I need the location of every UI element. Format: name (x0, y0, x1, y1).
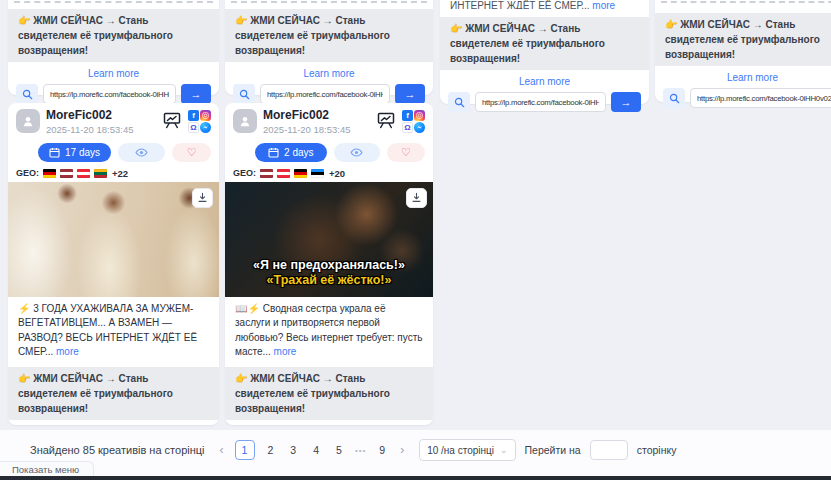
open-url-button[interactable]: → (611, 92, 641, 112)
page: 👉 ЖМИ СЕЙЧАС → Стань свидетелем её триум… (0, 0, 831, 480)
landing-url-input[interactable] (690, 88, 831, 108)
more-link[interactable]: more (56, 346, 79, 357)
search-button[interactable] (663, 88, 685, 108)
open-url-button[interactable]: → (181, 84, 211, 104)
avatar (16, 109, 40, 133)
geo-row: GEO: +20 (233, 168, 425, 179)
preview-button[interactable] (118, 143, 165, 162)
top-card-4: 👉 ЖМИ СЕЙЧАС → Стань свидетелем её триум… (655, 0, 831, 102)
more-link[interactable]: more (592, 0, 615, 9)
learn-more-link[interactable]: Learn more (8, 424, 219, 425)
geo-row: GEO: +22 (16, 168, 211, 179)
days-active-button[interactable]: 17 days (38, 143, 111, 162)
landing-url-input[interactable] (260, 84, 390, 104)
messenger-icon (200, 122, 211, 133)
page-button-4[interactable]: 4 (309, 442, 323, 458)
search-icon (22, 89, 33, 100)
person-icon (238, 114, 252, 128)
page-button-2[interactable]: 2 (264, 442, 278, 458)
next-page-button[interactable]: › (398, 443, 406, 457)
creative-caption: 📖⚡ Сводная сестра украла её заслуги и пр… (225, 297, 433, 362)
top-card-3: ИНТЕРНЕТ ЖДЁТ ЕЁ СМЕР... more 👉 ЖМИ СЕЙЧ… (440, 0, 649, 104)
search-button[interactable] (233, 84, 255, 104)
page-button-5[interactable]: 5 (332, 442, 346, 458)
prev-page-button[interactable]: ‹ (218, 443, 226, 457)
geo-flags (43, 169, 107, 178)
geo-more-count: +22 (112, 168, 128, 179)
search-button[interactable] (16, 84, 38, 104)
facebook-icon: f (402, 110, 413, 121)
preview-button[interactable] (334, 143, 380, 162)
calendar-icon (268, 147, 279, 158)
download-icon (411, 192, 422, 203)
image-overlay-text: «Я не предохранялась!» «Трахай её жёстко… (225, 258, 433, 289)
flag-lt (94, 169, 107, 178)
audience-network-icon: Ω (188, 122, 199, 133)
geo-flags (260, 169, 324, 178)
goto-page-input[interactable] (590, 440, 628, 460)
cta-banner: 👉 ЖМИ СЕЙЧАС → Стань свидетелем её триум… (225, 9, 433, 62)
pagination-ellipsis[interactable]: ••• (355, 446, 366, 455)
learn-more-link[interactable]: Learn more (225, 68, 433, 79)
flag-at (277, 169, 290, 178)
goto-page-suffix: сторінку (637, 444, 677, 456)
landing-url-input[interactable] (475, 92, 606, 112)
creative-datetime: 2025-11-20 18:53:45 (46, 124, 162, 135)
clipped-caption: ИНТЕРНЕТ ЖДЁТ ЕЁ СМЕР... more (450, 0, 639, 9)
facebook-icon: f (188, 110, 199, 121)
account-name: MoreFic002 (263, 109, 376, 123)
page-button-last[interactable]: 9 (375, 442, 389, 458)
presentation-format-icon (376, 110, 396, 134)
calendar-icon (49, 147, 60, 158)
more-link[interactable]: more (274, 346, 297, 357)
favorite-button[interactable]: ♡ (172, 143, 211, 162)
bottom-edge-bar (0, 476, 831, 480)
presentation-format-icon (162, 110, 182, 134)
avatar (233, 109, 257, 133)
flag-at (77, 169, 90, 178)
learn-more-link[interactable]: Learn more (440, 76, 649, 87)
download-image-button[interactable] (192, 188, 213, 208)
clipped-media-edge (14, 1, 213, 3)
cta-banner: 👉 ЖМИ СЕЙЧАС → Стань свидетелем её триум… (225, 367, 433, 420)
show-menu-button[interactable]: Показать меню (0, 461, 94, 477)
audience-network-icon: Ω (402, 122, 413, 133)
cta-banner: 👉 ЖМИ СЕЙЧАС → Стань свидетелем её триум… (8, 9, 219, 62)
flag-lv (260, 169, 273, 178)
page-size-select[interactable]: 10 /на сторінці ⌄ (419, 439, 515, 461)
open-url-button[interactable]: → (395, 84, 425, 104)
download-image-button[interactable] (406, 188, 427, 208)
page-button-3[interactable]: 3 (286, 442, 300, 458)
creative-caption: ⚡ 3 ГОДА УХАЖИВАЛА ЗА МУЖЕМ-ВЕГЕТАТИВЦЕМ… (8, 297, 219, 362)
chevron-down-icon: ⌄ (500, 445, 508, 455)
geo-label: GEO: (233, 168, 256, 178)
learn-more-link[interactable]: Learn more (8, 68, 219, 79)
account-name: MoreFic002 (46, 109, 162, 123)
eye-icon (135, 148, 148, 157)
flag-de (294, 169, 307, 178)
search-button[interactable] (448, 92, 470, 112)
cta-banner: 👉 ЖМИ СЕЙЧАС → Стань свидетелем её триум… (440, 17, 649, 70)
flag-de (43, 169, 56, 178)
cta-banner: 👉 ЖМИ СЕЙЧАС → Стань свидетелем её триум… (655, 13, 831, 66)
learn-more-link[interactable]: Learn more (225, 424, 433, 425)
clipped-media-edge (231, 1, 427, 3)
heart-icon: ♡ (187, 147, 197, 158)
geo-label: GEO: (16, 168, 39, 178)
results-count-text: Знайдено 85 креативів на сторінці (30, 444, 205, 456)
learn-more-link[interactable]: Learn more (655, 72, 831, 83)
heart-icon: ♡ (401, 147, 411, 158)
geo-more-count: +20 (329, 168, 345, 179)
favorite-button[interactable]: ♡ (387, 143, 425, 162)
messenger-icon (414, 122, 425, 133)
search-icon (454, 97, 465, 108)
person-icon (21, 114, 35, 128)
landing-url-input[interactable] (43, 84, 176, 104)
days-active-button[interactable]: 2 days (255, 143, 327, 162)
cta-banner: 👉 ЖМИ СЕЙЧАС → Стань свидетелем её триум… (8, 367, 219, 420)
creative-card: MoreFic002 2025-11-20 18:53:45 f Ω 17 da… (8, 103, 219, 425)
download-icon (197, 192, 208, 203)
top-card-2: 👉 ЖМИ СЕЙЧАС → Стань свидетелем её триум… (225, 0, 433, 95)
instagram-icon (200, 110, 211, 121)
page-button-1[interactable]: 1 (235, 440, 255, 460)
